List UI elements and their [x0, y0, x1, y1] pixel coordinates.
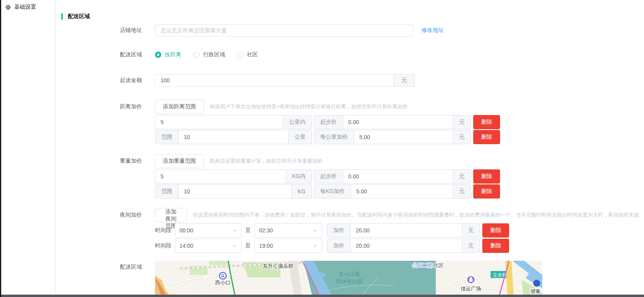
chevron-down-icon	[232, 243, 237, 248]
delete-night-row-2-button[interactable]: 删除	[482, 239, 509, 253]
weight-within-unit: KG内	[286, 169, 312, 184]
distance-hint: 根据用户下单定位地址经纬度+商家地址经纬度计算骑行距离，如留空则不计算距离加价	[210, 103, 408, 110]
weight-markup-row: 重量加价 添加重量范围 取商品设置的重量计算，如留空则不计算重量加价	[61, 154, 644, 168]
night-time-row-1: 时间段 00:00 至 02:30 加价 元 删除	[61, 223, 644, 238]
map-label: 配送区域	[61, 261, 155, 271]
main-content: 配送区域 店铺地址 修改地址 配送区域 按距离 行政区域 社区 起送金额	[56, 0, 644, 295]
add-weight-range-button[interactable]: 添加重量范围	[155, 154, 204, 168]
store-address-input[interactable]	[155, 24, 413, 36]
map-label-xixiaokou: 西小口	[215, 280, 231, 286]
night-price-prefix: 加价	[327, 239, 351, 253]
per-kg-price-input[interactable]	[351, 185, 453, 198]
gear-icon	[5, 4, 11, 10]
store-address-row: 店铺地址 修改地址	[61, 24, 644, 37]
map-label-park-line2: 市休闲公园	[336, 278, 362, 284]
map-label-wangchun: 望春	[530, 288, 541, 294]
night-hint: 在设置的夜间时间范围内下单，加收费用！如留空，则不计算夜间加价。当配送时间与多个…	[193, 212, 644, 219]
distance-range-row-2: 范围 公里 每公里加价 元 删除	[61, 130, 644, 144]
night-price-field	[350, 239, 462, 253]
time-slot-label: 时间段	[155, 227, 172, 234]
map-label-jiayun: 佳运广场	[460, 286, 481, 291]
delivery-area-map[interactable]: G 西小口 东升汇俱乐部 东小口城 市休闲公园 公园二期 北区	[155, 261, 542, 295]
sidebar-item-label: 基础设置	[14, 4, 36, 11]
distance-range-input[interactable]	[179, 130, 288, 144]
distance-range-unit: 公里	[288, 130, 312, 144]
area-type-row: 配送区域 按距离 行政区域 社区	[61, 51, 644, 58]
weight-within-input[interactable]	[155, 170, 286, 183]
base-price-input[interactable]	[343, 115, 453, 129]
weight-range-prefix: 范围	[155, 184, 179, 199]
delete-distance-row-2-button[interactable]: 删除	[473, 130, 500, 144]
night-time-row-2: 时间段 14:00 至 19:00 加价 元 删除	[61, 239, 644, 253]
distance-range-field	[178, 130, 289, 144]
weight-range-row-1: KG内 起步价 元 删除	[61, 169, 644, 184]
night-price-prefix: 加价	[327, 223, 351, 238]
end-time-select-2[interactable]: 19:00	[254, 239, 322, 253]
weight-base-price-field	[343, 169, 453, 184]
start-time-select-1[interactable]: 00:00	[175, 223, 242, 238]
to-label: 至	[245, 242, 251, 249]
delivery-area-map-row: 配送区域	[61, 261, 644, 295]
base-price-prefix: 起步价	[314, 115, 343, 129]
distance-within-unit: 公里内	[283, 115, 312, 129]
base-price-unit: 元	[453, 115, 471, 129]
add-distance-range-button[interactable]: 添加距离范围	[155, 100, 204, 114]
radio-by-distance[interactable]: 按距离	[155, 51, 181, 58]
section-title: 配送区域	[68, 13, 90, 20]
weight-base-price-unit: 元	[453, 169, 471, 184]
night-price-unit: 元	[462, 223, 480, 238]
per-kg-prefix: 每KG加价	[314, 184, 351, 199]
delete-weight-row-2-button[interactable]: 删除	[473, 184, 500, 199]
store-address-input-box	[155, 24, 413, 37]
weight-value-field	[155, 169, 286, 184]
weight-range-unit: KG	[291, 184, 312, 199]
add-night-range-button[interactable]: 添加夜间范围	[155, 208, 187, 222]
per-km-price-unit: 元	[453, 130, 471, 144]
weight-range-input[interactable]	[179, 185, 291, 198]
chevron-down-icon	[313, 228, 317, 233]
time-slot-label: 时间段	[155, 242, 172, 249]
section-header: 配送区域	[61, 13, 644, 20]
sidebar-item-basic-settings[interactable]: 基础设置	[1, 0, 55, 14]
base-price-field	[343, 115, 453, 129]
night-price-input-1[interactable]	[351, 224, 462, 237]
weight-hint: 取商品设置的重量计算，如留空则不计算重量加价	[210, 158, 323, 165]
per-km-prefix: 每公里加价	[314, 130, 354, 144]
map-label-north-zone: 北区	[433, 262, 444, 268]
area-type-label: 配送区域	[61, 51, 155, 58]
metro-logo-glyph: G	[221, 274, 224, 278]
delete-distance-row-1-button[interactable]: 删除	[473, 115, 500, 129]
delete-night-row-1-button[interactable]: 删除	[482, 223, 509, 238]
min-amount-input[interactable]	[155, 74, 394, 86]
end-time-select-1[interactable]: 02:30	[254, 223, 322, 238]
min-amount-row: 起送金额 元	[61, 74, 644, 87]
range-prefix: 范围	[155, 130, 179, 144]
delete-weight-row-1-button[interactable]: 删除	[473, 169, 500, 184]
poi-icon	[533, 280, 540, 287]
chevron-down-icon	[232, 228, 237, 233]
weight-base-price-input[interactable]	[343, 170, 453, 183]
weight-markup-label: 重量加价	[61, 158, 155, 165]
night-price-input-2[interactable]	[351, 239, 462, 252]
night-price-field	[350, 223, 462, 238]
distance-markup-label: 距离加价	[61, 103, 155, 110]
distance-markup-row: 距离加价 添加距离范围 根据用户下单定位地址经纬度+商家地址经纬度计算骑行距离，…	[61, 100, 644, 114]
modify-address-link[interactable]: 修改地址	[422, 27, 444, 34]
min-amount-field	[155, 74, 394, 87]
window-bottom-edge	[0, 295, 644, 297]
per-km-price-input[interactable]	[354, 130, 453, 144]
map-label-park-line1: 东小口城	[338, 271, 360, 277]
radio-community[interactable]: 社区	[237, 51, 258, 58]
per-kg-price-unit: 元	[453, 184, 471, 199]
radio-admin-region[interactable]: 行政区域	[194, 51, 225, 58]
start-time-select-2[interactable]: 14:00	[175, 239, 242, 253]
min-amount-label: 起送金额	[61, 77, 155, 84]
section-accent-bar	[61, 13, 63, 20]
to-label: 至	[245, 227, 251, 234]
night-markup-row: 夜间加价 添加夜间范围 在设置的夜间时间范围内下单，加收费用！如留空，则不计算夜…	[61, 208, 644, 222]
night-price-unit: 元	[462, 239, 480, 253]
weight-base-price-prefix: 起步价	[314, 169, 343, 184]
store-address-label: 店铺地址	[61, 27, 155, 34]
min-amount-unit: 元	[394, 74, 415, 87]
distance-within-input[interactable]	[155, 115, 283, 129]
